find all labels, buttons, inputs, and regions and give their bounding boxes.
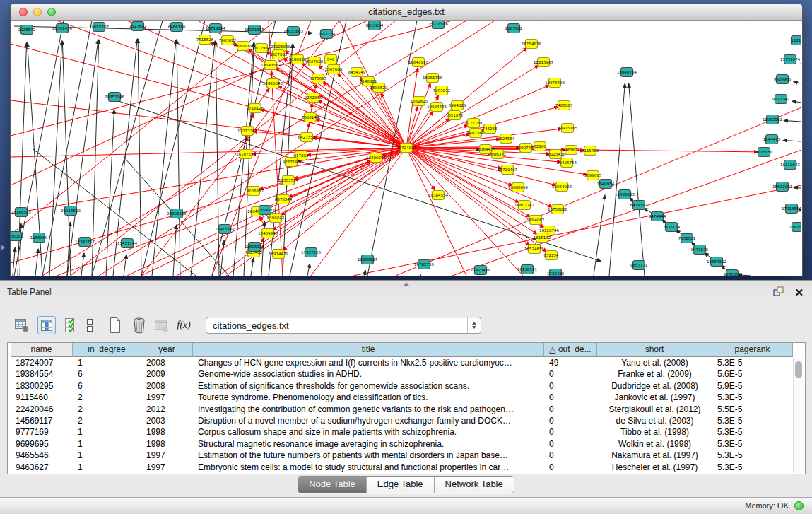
graph-node-selected[interactable]: 9242845 [305, 93, 322, 103]
delete-table-icon[interactable] [130, 316, 148, 334]
graph-node-selected[interactable]: 2367608 [325, 65, 343, 74]
graph-node[interactable]: 9329966 [774, 75, 792, 84]
graph-node-selected[interactable]: 15720407 [498, 165, 517, 175]
column-header-out-de-[interactable]: △ out_de... [544, 343, 597, 357]
graph-node[interactable]: 8215958 [755, 148, 773, 157]
table-row[interactable]: 946362711997Embryonic stem cells: a mode… [8, 462, 793, 473]
tab-network-table[interactable]: Network Table [434, 477, 514, 493]
network-view-window[interactable]: citations_edges.txt 18724007183002951938… [10, 4, 803, 276]
table-scrollbar[interactable] [793, 358, 804, 473]
citation-edge[interactable] [794, 187, 801, 188]
graph-node-selected[interactable]: 3824554 [498, 134, 515, 144]
graph-node-selected[interactable]: 3175685 [310, 74, 327, 83]
graph-node[interactable]: 15218586 [428, 21, 448, 29]
citation-edge[interactable] [792, 101, 801, 103]
graph-node[interactable]: 12923478 [471, 266, 490, 275]
citation-edge[interactable] [594, 195, 605, 276]
zoom-window-icon[interactable] [47, 8, 56, 16]
graph-node[interactable]: 10958107 [358, 255, 377, 264]
citation-edge[interactable] [49, 41, 62, 276]
citation-edge[interactable] [81, 253, 84, 276]
graph-node[interactable]: 10654112 [707, 257, 726, 267]
close-window-icon[interactable] [19, 8, 28, 16]
graph-node-selected[interactable]: 16961758 [423, 74, 442, 83]
memory-status-icon[interactable] [794, 501, 804, 510]
tab-node-table[interactable]: Node Table [298, 477, 366, 493]
citation-edge[interactable] [251, 258, 254, 276]
graph-node-selected[interactable]: 1815132 [534, 233, 551, 243]
graph-node[interactable]: 6479197 [630, 201, 648, 210]
graph-node-selected[interactable]: 7663822 [219, 36, 237, 45]
column-header-in-degree[interactable]: in_degree [73, 343, 141, 357]
citation-edge[interactable] [92, 21, 163, 276]
table-row[interactable]: 977716911998Corpus callosum shape and si… [8, 426, 793, 438]
graph-node[interactable]: 11217 [791, 36, 801, 45]
graph-node-selected[interactable]: 16914479 [269, 250, 288, 259]
graph-node-selected[interactable]: 19384554 [428, 191, 448, 200]
citation-edge[interactable] [152, 40, 176, 276]
table-row[interactable]: 911546021997Tourette syndrome. Phenomeno… [8, 392, 793, 403]
graph-node[interactable]: 19388923 [615, 190, 635, 199]
table-row[interactable]: 946554611997Estimation of the future num… [8, 450, 793, 461]
graph-node-selected[interactable]: 12353594 [278, 176, 298, 185]
graph-node-selected[interactable]: 19495754 [557, 158, 577, 168]
graph-node-selected[interactable]: 3827503 [270, 50, 288, 59]
graph-node[interactable]: 135051 [11, 232, 23, 241]
graph-node[interactable]: 9474444 [649, 212, 666, 221]
new-table-icon[interactable] [106, 316, 124, 334]
graph-node[interactable]: 6466160 [168, 23, 186, 32]
table-row[interactable]: 1456911722003Disruption of a novel membe… [8, 415, 793, 426]
graph-node[interactable]: 17016504 [782, 204, 801, 214]
scrollbar-thumb[interactable] [795, 361, 802, 378]
collapsed-panel-arrow-icon[interactable] [1, 245, 5, 250]
graph-node[interactable]: 7832621 [678, 234, 696, 243]
minimize-window-icon[interactable] [33, 8, 42, 16]
graph-node-selected[interactable]: 8186328 [289, 55, 307, 64]
table-row[interactable]: 1830029562008Estimation of significance … [8, 380, 793, 392]
graph-node[interactable]: 8471676 [691, 245, 709, 255]
graph-node-selected[interactable]: 2718126 [247, 104, 264, 113]
citation-edge[interactable] [420, 275, 421, 276]
citation-edge[interactable] [35, 249, 38, 276]
citation-edge[interactable] [216, 41, 219, 276]
citation-edge-selected[interactable] [311, 148, 406, 276]
table-row[interactable]: 1938455462009Genome-wide association stu… [8, 368, 793, 380]
citation-edge-selected[interactable] [322, 82, 406, 148]
graph-node[interactable]: 10655287 [89, 23, 109, 32]
column-header-title[interactable]: title [193, 343, 544, 357]
citation-edge[interactable] [124, 255, 126, 276]
graph-node[interactable]: 16071355 [245, 25, 264, 35]
float-panel-icon[interactable] [772, 286, 784, 300]
citation-edge[interactable] [307, 264, 310, 276]
citation-edge-selected[interactable] [11, 100, 406, 148]
graph-node-selected[interactable]: 19854923 [552, 182, 572, 192]
tab-edge-table[interactable]: Edge Table [366, 477, 434, 493]
citation-edge-selected[interactable] [406, 148, 530, 245]
graph-node-selected[interactable]: 10807487 [516, 144, 536, 153]
graph-node-selected[interactable]: 8912954 [253, 44, 271, 53]
citation-edge-selected[interactable] [406, 148, 553, 207]
citation-edge[interactable] [794, 82, 801, 83]
network-canvas[interactable]: 1872400718300295193845547515526766382286… [11, 21, 802, 276]
graph-node-selected[interactable]: 8878344 [275, 195, 293, 204]
citation-edge-selected[interactable] [127, 160, 371, 276]
column-header-year[interactable]: year [141, 343, 193, 357]
clear-selection-icon[interactable] [83, 316, 96, 334]
citation-network-graph[interactable]: 1872400718300295193845547515526766382286… [11, 21, 801, 276]
graph-node-selected[interactable]: 7955812 [433, 86, 451, 95]
citation-edge-selected[interactable] [396, 107, 801, 276]
citation-edge-selected[interactable] [406, 148, 466, 276]
citation-edge[interactable] [783, 140, 801, 141]
graph-node[interactable]: 15751074 [780, 55, 800, 64]
graph-node-selected[interactable]: 9884067 [527, 216, 545, 225]
table-row[interactable]: 969969511998Structural magnetic resonanc… [8, 438, 793, 450]
function-builder-icon[interactable]: f(x) [175, 316, 193, 334]
graph-node[interactable]: 20915513 [61, 206, 81, 216]
graph-node[interactable]: 2087682 [505, 24, 523, 33]
graph-node-selected[interactable]: 6994028 [449, 101, 466, 110]
graph-node[interactable]: 1733426 [547, 269, 565, 276]
table-selector-dropdown[interactable]: citations_edges.txt [206, 317, 481, 334]
column-header-pagerank[interactable]: pagerank [712, 343, 793, 357]
graph-node[interactable]: 1156869 [30, 233, 48, 243]
graph-node[interactable]: 9227342 [772, 95, 790, 104]
